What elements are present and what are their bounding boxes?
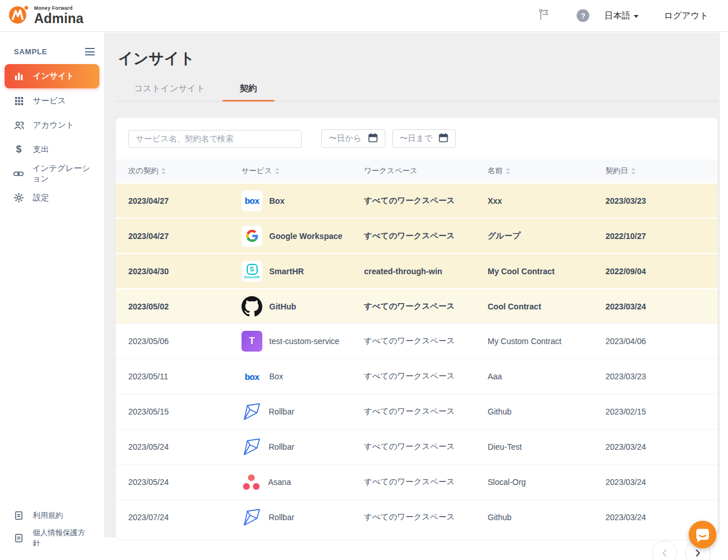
date-from-picker[interactable]: 〜日から (321, 129, 385, 148)
service-name-label: SmartHR (269, 267, 304, 276)
sidebar-item-services[interactable]: サービス (5, 89, 99, 113)
sidebar-item-label: インサイト (33, 71, 75, 81)
sidebar-item-spend[interactable]: $ 支出 (5, 137, 99, 161)
sort-icon (506, 167, 510, 175)
sidebar-collapse-icon[interactable] (85, 48, 95, 55)
cell-next-contract: 2023/05/02 (128, 302, 242, 311)
column-header-next-contract[interactable]: 次の契約 (128, 166, 242, 176)
service-name-label: Rollbar (269, 407, 294, 416)
table-row[interactable]: 2023/05/06Ttest-custom-serviceすべてのワークスペー… (116, 323, 718, 359)
main-content: インサイト コストインサイト 契約 〜日から 〜日まで (104, 32, 720, 537)
help-icon[interactable]: ? (577, 9, 589, 22)
table-row[interactable]: 2023/05/15 RollbarすべてのワークスペースGithub2023/… (116, 394, 718, 429)
table-row[interactable]: 2023/04/30 SSmartHRSmartHRcreated-throug… (116, 253, 718, 288)
cell-workspace: すべてのワークスペース (364, 371, 488, 382)
cell-contract-date: 2023/03/23 (606, 372, 718, 381)
language-label: 日本語 (604, 10, 630, 21)
column-header-service[interactable]: サービス (242, 166, 364, 176)
cell-contract-date: 2022/09/04 (606, 267, 718, 276)
milestone-flag-icon[interactable] (537, 8, 550, 23)
bar-chart-icon (13, 72, 24, 81)
date-from-label: 〜日から (329, 133, 362, 144)
column-header-contract-date[interactable]: 契約日 (606, 166, 718, 176)
table-body: 2023/04/27boxBoxすべてのワークスペースXxx2023/03/23… (116, 182, 718, 535)
sidebar-item-accounts[interactable]: アカウント (5, 113, 99, 137)
pagination-prev-button[interactable] (652, 540, 677, 560)
table-row[interactable]: 2023/04/27 Google Workspaceすべてのワークスペースグル… (116, 218, 718, 253)
cell-workspace: created-through-win (364, 267, 488, 276)
chevron-left-icon (662, 549, 667, 557)
brand-logo[interactable]: Money Forward Admina (0, 4, 84, 27)
chat-widget-button[interactable] (689, 521, 716, 548)
sidebar-item-settings[interactable]: 設定 (5, 186, 99, 210)
sidebar-item-integrations[interactable]: インテグレーション (5, 162, 99, 185)
cell-service: Rollbar (242, 402, 364, 422)
document-icon (13, 511, 24, 520)
calendar-icon (368, 133, 378, 144)
language-selector[interactable]: 日本語 (604, 10, 638, 21)
sort-icon (161, 167, 166, 175)
cell-workspace: すべてのワークスペース (364, 196, 488, 206)
sidebar-footer: 利用規約 個人情報保護方針 (5, 505, 99, 550)
github-icon (242, 296, 262, 317)
cell-name: Slocal-Org (488, 477, 606, 487)
date-to-picker[interactable]: 〜日まで (392, 129, 456, 148)
money-forward-logo-icon (8, 4, 29, 27)
chat-bubble-icon (689, 521, 716, 548)
filter-bar: 〜日から 〜日まで (116, 118, 718, 159)
service-name-label: test-custom-service (269, 337, 339, 346)
table-row[interactable]: 2023/05/24 AsanaすべてのワークスペースSlocal-Org202… (116, 464, 718, 499)
cell-workspace: すべてのワークスペース (364, 512, 488, 522)
people-icon (13, 120, 24, 130)
cell-next-contract: 2023/05/06 (128, 337, 242, 346)
sidebar-item-terms[interactable]: 利用規約 (5, 505, 99, 527)
cell-service: Google Workspace (242, 226, 364, 247)
tab-cost-insights[interactable]: コストインサイト (117, 83, 222, 101)
box-icon: box (242, 191, 262, 211)
logout-button[interactable]: ログアウト (664, 10, 708, 21)
search-input[interactable] (128, 130, 302, 148)
rollbar-icon (242, 507, 262, 528)
document-icon (13, 533, 24, 543)
sidebar-item-insights[interactable]: インサイト (5, 64, 99, 88)
chevron-right-icon (695, 549, 701, 557)
cell-next-contract: 2023/05/24 (128, 442, 242, 451)
service-name-label: Box (269, 372, 283, 381)
cell-name: Xxx (488, 196, 606, 206)
cell-contract-date: 2022/10/27 (606, 232, 718, 241)
sidebar-item-privacy-policy[interactable]: 個人情報保護方針 (5, 527, 99, 549)
smarthr-icon: SSmartHR (242, 261, 262, 282)
table-row[interactable]: 2023/05/02 GitHubすべてのワークスペースCool Contrac… (116, 288, 718, 323)
rollbar-icon (242, 402, 262, 422)
sidebar-item-label: インテグレーション (32, 163, 91, 184)
cell-next-contract: 2023/05/11 (128, 372, 242, 381)
sort-icon (631, 167, 636, 175)
table-row[interactable]: 2023/05/24 RollbarすべてのワークスペースDieu-Test20… (116, 429, 718, 464)
cell-workspace: すべてのワークスペース (364, 406, 488, 417)
cell-name: Aaa (488, 372, 606, 381)
cell-name: Dieu-Test (488, 442, 606, 451)
service-name-label: Google Workspace (269, 232, 343, 241)
cell-service: SSmartHRSmartHR (242, 261, 364, 282)
sidebar-item-label: 支出 (33, 144, 49, 155)
link-icon (13, 170, 24, 178)
cell-service: Rollbar (242, 507, 364, 528)
sidebar-item-label: 利用規約 (33, 510, 63, 521)
sort-icon (275, 167, 280, 175)
cell-service: boxBox (242, 191, 364, 211)
cell-contract-date: 2023/03/24 (606, 302, 718, 311)
table-row[interactable]: 2023/07/24 RollbarすべてのワークスペースGithub2023/… (116, 499, 718, 535)
date-to-label: 〜日まで (400, 133, 433, 144)
tab-contracts[interactable]: 契約 (222, 83, 274, 101)
grid-icon (13, 96, 24, 106)
table-row[interactable]: 2023/04/27boxBoxすべてのワークスペースXxx2023/03/23 (116, 182, 718, 218)
cell-next-contract: 2023/04/27 (128, 232, 242, 241)
google-workspace-icon (242, 226, 262, 247)
contracts-card: 〜日から 〜日まで (116, 118, 718, 539)
cell-name: My Custom Contract (488, 337, 606, 346)
calendar-icon (439, 133, 448, 144)
table-row[interactable]: 2023/05/11boxBoxすべてのワークスペースAaa2023/03/23 (116, 359, 718, 394)
column-header-name[interactable]: 名前 (488, 166, 606, 176)
gear-icon (13, 193, 24, 203)
cell-service: Rollbar (242, 437, 364, 457)
